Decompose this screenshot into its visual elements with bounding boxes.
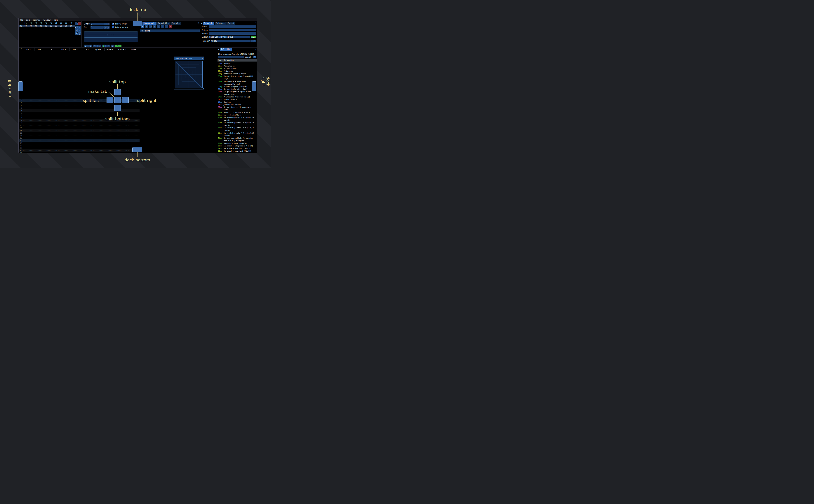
pattern-cell-square-2[interactable]: ············ (104, 144, 116, 146)
effect-row-04xy[interactable]: 04xyVibrato (x: speed; y: depth) (217, 72, 257, 75)
effect-search-input[interactable] (218, 56, 244, 58)
pattern-cell-fm-5[interactable]: ············ (69, 137, 81, 139)
pattern-cell-fm-2[interactable]: ············ (34, 102, 46, 104)
pattern-cell-fm-3[interactable]: ············ (46, 147, 58, 149)
pattern-cell-fm-1[interactable]: ············ (23, 102, 34, 104)
menu-settings[interactable]: settings (31, 19, 42, 21)
pattern-row-15[interactable]: 15······································… (19, 137, 139, 139)
pattern-cell-fm-2[interactable]: ············ (34, 134, 46, 136)
pattern-cell-fm-6[interactable]: ············ (81, 139, 92, 141)
pattern-cell-square-1[interactable]: ············ (93, 152, 104, 153)
pattern-cell-fm-4[interactable]: ············ (58, 137, 69, 139)
instrument-folders-button[interactable] (157, 25, 160, 28)
pattern-cell-noise[interactable]: ············ (128, 134, 139, 136)
step-row-button[interactable]: ↓ (97, 45, 101, 47)
pattern-cell-fm-2[interactable]: ············ (34, 137, 46, 139)
pattern-cell-fm-1[interactable]: ············ (23, 132, 34, 134)
pattern-cell-fm-1[interactable]: ············ (23, 117, 34, 119)
pattern-cell-fm-1[interactable]: ············ (23, 107, 34, 109)
pattern-cell-fm-2[interactable]: ············ (34, 142, 46, 144)
pattern-cell-fm-3[interactable]: ············ (46, 114, 58, 116)
chevron-down-icon[interactable]: ▾ (200, 22, 203, 25)
tab-song-info[interactable]: Song Info (203, 22, 214, 25)
pattern-cell-square-1[interactable]: ············ (93, 150, 104, 151)
pattern-cell-square-2[interactable]: ············ (104, 130, 116, 131)
octave-decrement-button[interactable]: − (104, 23, 106, 25)
name-input[interactable] (209, 25, 256, 28)
order-move-down-button[interactable]: ∨ (75, 29, 78, 32)
pattern-cell-fm-4[interactable]: ············ (58, 142, 69, 144)
instrument-move-down-button[interactable]: ↓ (165, 25, 168, 28)
order-deep-clone-button[interactable]: ⇊ (78, 29, 81, 32)
pattern-row-16[interactable]: 16······································… (19, 139, 139, 142)
pattern-cell-fm-5[interactable]: ············ (69, 132, 81, 134)
order-edit-mode-button[interactable] (78, 32, 81, 35)
order-cell-f6[interactable]: 00 (48, 25, 54, 27)
octave-increment-button[interactable]: + (107, 23, 109, 25)
pattern-row-9[interactable]: 9·······································… (19, 122, 139, 124)
order-add-button[interactable]: + (75, 22, 78, 25)
pattern-cell-square-1[interactable]: ············ (93, 139, 104, 141)
effect-row-0fxx[interactable]: 0FxxSet speed (speed 2 if no grooves exi… (217, 106, 257, 111)
pattern-cell-square-1[interactable]: ············ (93, 117, 104, 119)
pattern-cell-square-2[interactable]: ············ (104, 150, 116, 151)
pattern-cell-fm-3[interactable]: ············ (46, 130, 58, 131)
pattern-cell-square-3[interactable]: ············ (116, 144, 128, 146)
effect-row-07xy[interactable]: 07xyTremolo (x: speed; y: depth) (217, 85, 257, 88)
effect-row-0axy[interactable]: 0AxyVolume slide (0y: down; x0: up) (217, 96, 257, 98)
step-increment-button[interactable]: + (107, 26, 109, 29)
dock-top-target[interactable] (133, 21, 142, 26)
pattern-cell-fm-4[interactable]: ············ (58, 150, 69, 151)
pattern-cell-square-3[interactable]: ············ (116, 150, 128, 151)
pattern-cell-square-2[interactable]: ············ (104, 122, 116, 124)
effect-row-16xy[interactable]: 16xySet operator multiplier (x: operator… (217, 137, 257, 142)
pattern-cell-fm-3[interactable]: ············ (46, 134, 58, 136)
pattern-cell-fm-1[interactable]: ············ (23, 109, 34, 111)
pattern-expand-button[interactable]: ++ (19, 48, 22, 50)
order-cell-s1[interactable]: 00 (53, 25, 59, 27)
pattern-cell-square-3[interactable]: ············ (116, 130, 128, 131)
effect-row-01xx[interactable]: 01xxPitch slide up (217, 65, 257, 67)
tuning-input[interactable]: 440 (213, 40, 250, 42)
make-tab-target[interactable] (114, 97, 121, 103)
channel-header-fm-1[interactable]: FM 1 (23, 48, 34, 51)
channel-header-fm-3[interactable]: FM 3 (46, 48, 58, 51)
effect-row-02xx[interactable]: 02xxPitch slide down (217, 67, 257, 70)
pattern-cell-fm-2[interactable]: ············ (34, 114, 46, 116)
effect-row-13xx[interactable]: 13xxSet level of operator 2 (0 highest, … (217, 121, 257, 127)
pattern-cell-square-3[interactable]: ············ (116, 125, 128, 126)
pattern-cell-fm-2[interactable]: ············ (34, 104, 46, 106)
order-duplicate-button[interactable] (75, 26, 78, 29)
pattern-row-11[interactable]: 11······································… (19, 127, 139, 129)
pattern-cell-fm-6[interactable]: ············ (81, 150, 92, 151)
tab-subsongs[interactable]: Subsongs (214, 22, 226, 25)
pattern-cell-square-2[interactable]: ············ (104, 112, 116, 114)
pattern-cell-fm-3[interactable]: ············ (46, 109, 58, 111)
tab-samples[interactable]: Samples (170, 22, 181, 25)
pattern-cell-fm-5[interactable]: ············ (69, 104, 81, 106)
effect-row-19xx[interactable]: 19xxSet attack of all operators (0 to 1F… (217, 145, 257, 147)
order-cell-f5[interactable]: 00 (43, 25, 48, 27)
channel-header-square-2[interactable]: Square 2 (104, 48, 116, 51)
effect-row-0bxx[interactable]: 0BxxJump to pattern (217, 98, 257, 101)
instrument-save-button[interactable] (153, 25, 156, 28)
pattern-cell-fm-6[interactable]: ············ (81, 142, 92, 144)
order-cell-f2[interactable]: 00 (28, 25, 33, 27)
tab-speed[interactable]: Speed (227, 22, 235, 25)
pattern-cell-fm-4[interactable]: ············ (58, 139, 69, 141)
pattern-cell-fm-2[interactable]: ············ (34, 117, 46, 119)
octave-input[interactable]: 3 (90, 23, 104, 25)
pattern-cell-fm-6[interactable]: ············ (81, 109, 92, 111)
pattern-cell-fm-1[interactable]: ············ (23, 125, 34, 126)
pattern-cell-fm-6[interactable]: ············ (81, 112, 92, 114)
effect-row-08xy[interactable]: 08xySet panning (x: left; y: right) (217, 88, 257, 90)
pattern-cell-square-3[interactable]: ············ (116, 142, 128, 144)
edit-toggle-button[interactable]: ● (102, 45, 106, 47)
split-right-target[interactable] (122, 97, 129, 103)
instrument-duplicate-button[interactable] (145, 25, 148, 28)
pattern-cell-fm-1[interactable]: ············ (23, 120, 34, 121)
pattern-cell-fm-4[interactable]: ············ (58, 99, 69, 101)
pattern-cell-noise[interactable]: ············ (128, 114, 139, 116)
effect-row-11xx[interactable]: 11xxSet feedback (0 to 7) (217, 114, 257, 116)
pattern-cell-square-2[interactable]: ············ (104, 147, 116, 149)
